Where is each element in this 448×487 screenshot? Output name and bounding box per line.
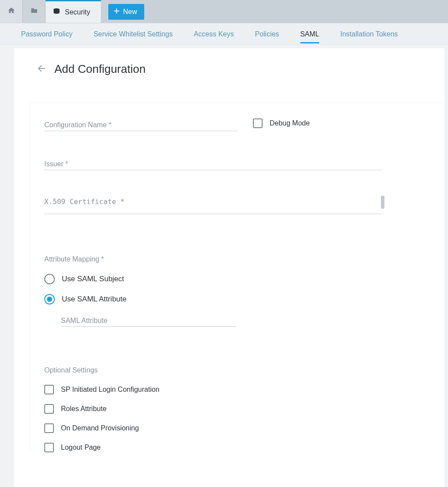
checkbox-logout-page[interactable]: Logout Page [44,443,444,452]
database-icon [53,8,60,17]
debug-mode-label: Debug Mode [270,119,310,127]
certificate-textarea[interactable] [44,195,382,214]
radio-icon [44,294,55,304]
page-title: Add Configuration [54,62,146,76]
new-button-label: New [123,8,137,16]
attribute-mapping-label: Attribute Mapping * [44,255,444,263]
debug-mode-checkbox[interactable]: Debug Mode [253,118,310,128]
tab-policies[interactable]: Policies [255,24,279,43]
tab-saml[interactable]: SAML [300,24,320,43]
new-button[interactable]: New [108,4,144,20]
app-tab-security[interactable]: Security [46,0,101,23]
tab-access-keys[interactable]: Access Keys [194,24,234,43]
plus-icon [114,8,120,16]
main-card: Add Configuration Debug Mode Attribute M… [14,48,444,487]
radio-icon [44,274,55,284]
checkbox-label: On Demand Provisioning [61,424,139,432]
home-icon [7,7,15,16]
checkbox-label: Roles Attribute [61,405,107,413]
optional-settings-label: Optional Settings [44,366,444,374]
checkbox-icon [44,423,54,433]
checkbox-label: SP Initiated Login Configuration [61,386,160,394]
back-icon[interactable] [37,64,46,75]
checkbox-icon [253,118,263,128]
checkbox-icon [44,385,54,394]
radio-label: Use SAML Attribute [62,295,127,304]
checkbox-roles-attribute[interactable]: Roles Attribute [44,404,444,414]
issuer-input[interactable] [44,158,382,170]
checkbox-icon [44,443,54,452]
checkbox-on-demand-provisioning[interactable]: On Demand Provisioning [44,423,444,433]
sub-nav: Password Policy Service Whitelist Settin… [0,23,448,45]
textarea-scrollbar-thumb[interactable] [381,196,384,209]
radio-use-saml-subject[interactable]: Use SAML Subject [44,274,444,284]
card-header: Add Configuration [14,62,444,76]
checkbox-icon [44,404,54,414]
checkbox-label: Logout Page [61,444,101,451]
form-area: Debug Mode Attribute Mapping * Use SAML … [30,102,444,452]
home-button[interactable] [0,0,23,23]
tab-password-policy[interactable]: Password Policy [21,24,72,43]
tab-installation-tokens[interactable]: Installation Tokens [340,24,398,43]
radio-use-saml-attribute[interactable]: Use SAML Attribute [44,294,444,304]
radio-label: Use SAML Subject [62,275,124,283]
tab-service-whitelist[interactable]: Service Whitelist Settings [93,24,173,43]
top-strip-right: New [101,0,448,23]
configuration-name-input[interactable] [44,118,237,131]
folder-icon [30,7,38,16]
app-tab-label: Security [65,8,90,16]
checkbox-sp-initiated[interactable]: SP Initiated Login Configuration [44,385,444,394]
top-tab-strip: Security New [0,0,448,23]
optional-settings-list: SP Initiated Login Configuration Roles A… [44,385,444,452]
saml-attribute-input[interactable] [61,314,236,327]
folder-button[interactable] [23,0,46,23]
